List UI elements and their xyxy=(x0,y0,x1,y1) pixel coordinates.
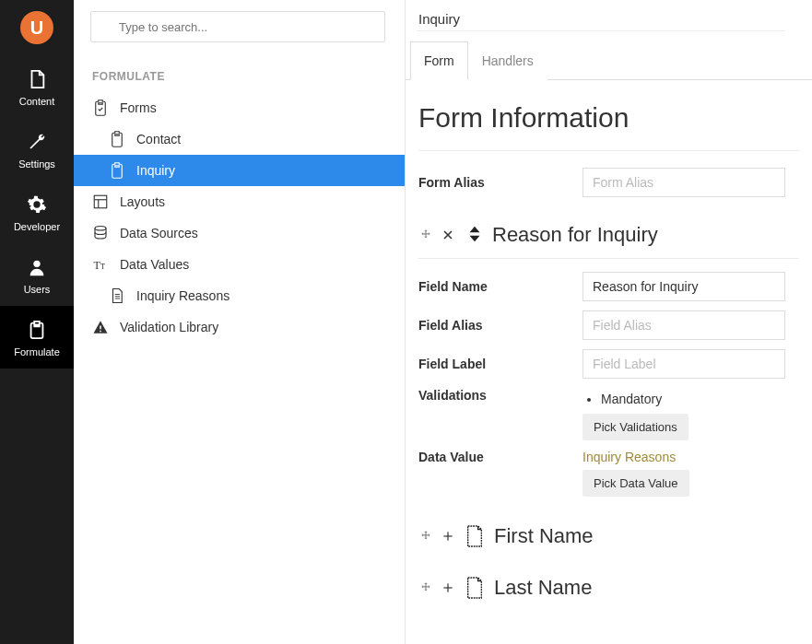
field-label-input[interactable] xyxy=(583,349,785,379)
search-input[interactable] xyxy=(90,11,385,42)
tab-form[interactable]: Form xyxy=(410,41,468,80)
svg-point-6 xyxy=(95,227,106,231)
doc-icon xyxy=(109,287,125,304)
nav-label: Content xyxy=(19,96,55,107)
tabs: Form Handlers xyxy=(406,41,812,80)
close-icon[interactable] xyxy=(441,228,455,242)
tab-handlers[interactable]: Handlers xyxy=(468,41,547,80)
sort-icon[interactable] xyxy=(465,224,485,247)
plus-icon[interactable] xyxy=(441,580,455,595)
block-title: Last Name xyxy=(494,576,592,600)
database-icon xyxy=(92,225,109,241)
wrench-icon xyxy=(26,131,48,153)
field-name-input[interactable] xyxy=(583,272,785,301)
main-content: Form Handlers Form Information Form Alia… xyxy=(406,0,812,644)
svg-text:T: T xyxy=(100,263,105,271)
section-title: Form Information xyxy=(418,102,799,134)
tree-item-data-values[interactable]: TT Data Values xyxy=(74,249,405,280)
svg-point-0 xyxy=(33,261,40,267)
data-value-label: Data Value xyxy=(418,450,583,464)
form-alias-input[interactable] xyxy=(583,168,785,197)
tree-item-layouts[interactable]: Layouts xyxy=(74,186,405,217)
move-icon[interactable] xyxy=(418,529,433,544)
tree-item-data-sources[interactable]: Data Sources xyxy=(74,217,405,249)
tree-label: Data Values xyxy=(120,257,189,272)
field-alias-input[interactable] xyxy=(583,310,785,340)
tree-label: Inquiry Reasons xyxy=(136,288,229,303)
file-icon xyxy=(26,68,48,90)
tree-label: Inquiry xyxy=(136,163,175,178)
field-block-header-reason: Reason for Inquiry xyxy=(418,223,799,259)
form-alias-label: Form Alias xyxy=(418,175,583,190)
nav-formulate[interactable]: Formulate xyxy=(0,306,74,369)
logo[interactable]: U xyxy=(0,0,74,55)
layout-icon xyxy=(92,193,109,210)
nav-label: Formulate xyxy=(14,346,60,357)
validation-item: Mandatory xyxy=(601,392,785,406)
tree-section-header: FORMULATE xyxy=(74,53,405,92)
nav-label: Developer xyxy=(14,221,60,232)
nav-label: Settings xyxy=(18,158,55,170)
page-icon xyxy=(465,524,485,548)
divider xyxy=(418,150,799,151)
text-icon: TT xyxy=(92,256,109,273)
block-title: First Name xyxy=(494,524,594,548)
validations-list: Mandatory xyxy=(601,392,785,406)
move-icon[interactable] xyxy=(418,228,433,242)
tree-panel: FORMULATE Forms Contact Inquiry xyxy=(74,0,406,644)
panel-resize-handle[interactable] xyxy=(402,0,407,644)
tree-label: Contact xyxy=(136,132,181,146)
svg-rect-3 xyxy=(94,195,107,208)
nav-label: Users xyxy=(24,284,51,295)
tree-item-inquiry[interactable]: Inquiry xyxy=(74,155,405,186)
app-sidebar: U Content Settings Developer Users xyxy=(0,0,74,644)
form-title-input[interactable] xyxy=(417,7,785,31)
clipboard-icon xyxy=(26,319,48,341)
validations-label: Validations xyxy=(418,388,583,403)
warning-icon xyxy=(92,319,109,335)
tree-item-inquiry-reasons[interactable]: Inquiry Reasons xyxy=(74,280,405,311)
tree-label: Data Sources xyxy=(120,226,198,240)
page-icon xyxy=(465,576,485,600)
tree-label: Layouts xyxy=(120,194,165,209)
nav-settings[interactable]: Settings xyxy=(0,118,74,181)
clipboard-check-icon xyxy=(92,100,109,116)
nav-users[interactable]: Users xyxy=(0,243,74,306)
gear-icon xyxy=(26,193,48,216)
svg-rect-13 xyxy=(100,331,101,333)
plus-icon[interactable] xyxy=(441,529,455,544)
nav-developer[interactable]: Developer xyxy=(0,181,74,243)
move-icon[interactable] xyxy=(418,580,433,595)
data-value-text: Inquiry Reasons xyxy=(583,450,785,464)
umbraco-logo-icon: U xyxy=(20,11,53,44)
clipboard-icon xyxy=(109,131,125,147)
user-icon xyxy=(26,256,48,278)
tree-label: Validation Library xyxy=(120,320,218,334)
svg-rect-12 xyxy=(100,326,101,330)
tree-item-validation-library[interactable]: Validation Library xyxy=(74,311,405,343)
field-alias-label: Field Alias xyxy=(418,318,583,333)
field-label-label: Field Label xyxy=(418,357,583,371)
tree-label: Forms xyxy=(120,100,157,115)
tree-item-contact[interactable]: Contact xyxy=(74,123,405,155)
field-block-header-first-name: First Name xyxy=(418,524,799,559)
field-name-label: Field Name xyxy=(418,279,583,294)
clipboard-icon xyxy=(109,162,125,179)
tree: Forms Contact Inquiry Layouts xyxy=(74,92,405,343)
field-block-header-last-name: Last Name xyxy=(418,576,799,611)
tree-item-forms[interactable]: Forms xyxy=(74,92,405,123)
block-title: Reason for Inquiry xyxy=(492,223,658,247)
pick-data-value-button[interactable]: Pick Data Value xyxy=(583,470,689,497)
nav-content[interactable]: Content xyxy=(0,55,74,118)
pick-validations-button[interactable]: Pick Validations xyxy=(583,414,688,440)
